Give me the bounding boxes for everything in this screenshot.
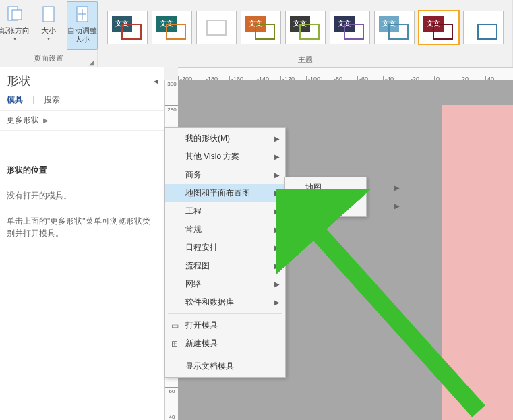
theme-swatch[interactable]: 文文 bbox=[374, 11, 415, 44]
svg-rect-1 bbox=[12, 10, 22, 20]
tab-search[interactable]: 搜索 bbox=[44, 94, 60, 106]
shapes-position-title: 形状的位置 bbox=[7, 164, 158, 176]
submenu-item-0[interactable]: 地图▶ bbox=[285, 179, 412, 197]
ribbon-group-themes: 文文文文文文文文文文文文文文文 主题 bbox=[98, 0, 513, 67]
theme-swatch[interactable]: 文文 bbox=[152, 11, 192, 44]
theme-swatch[interactable]: 文文 bbox=[241, 11, 281, 44]
ruler-tick: 300 bbox=[165, 80, 179, 87]
menu-item-soft[interactable]: 软件和数据库▶ bbox=[165, 293, 292, 311]
ruler-horizontal: -200-180-160-140-120-100-80-60-40-200204… bbox=[178, 67, 513, 81]
autofit-label: 自动调整大小 bbox=[67, 26, 97, 44]
theme-swatch[interactable]: 文文 bbox=[285, 11, 326, 44]
shapes-title: 形状 bbox=[7, 73, 31, 89]
menu-item-net[interactable]: 网络▶ bbox=[165, 275, 292, 293]
grid-icon: ⊞ bbox=[169, 338, 180, 349]
menu-item-new[interactable]: ⊞新建模具 bbox=[165, 334, 292, 353]
theme-swatch[interactable]: 文文 bbox=[330, 11, 370, 44]
stencils-hint-text: 单击上面的"更多形状"菜单可浏览形状类别并打开模具。 bbox=[7, 215, 158, 239]
shapes-info: 形状的位置 没有打开的模具。 单击上面的"更多形状"菜单可浏览形状类别并打开模具… bbox=[0, 131, 164, 239]
ruler-tick: 40 bbox=[165, 413, 179, 420]
theme-swatch[interactable] bbox=[196, 11, 237, 44]
autofit-icon bbox=[71, 3, 93, 25]
theme-swatch[interactable]: 文文 bbox=[419, 11, 459, 44]
svg-rect-2 bbox=[43, 7, 54, 22]
folder-icon: ▭ bbox=[169, 320, 180, 331]
group-label-page-setup: 页面设置 bbox=[0, 51, 97, 65]
orientation-icon bbox=[4, 3, 26, 25]
ribbon: 纸张方向 ▾ 大小 ▾ 自动调整大小 页面设置 ◢ 文文文文文文文文文文文文文文… bbox=[0, 0, 513, 68]
menu-item-gen[interactable]: 常规▶ bbox=[165, 220, 292, 239]
size-icon bbox=[38, 3, 59, 25]
theme-swatch[interactable]: 文文 bbox=[107, 11, 148, 44]
dialog-launcher-icon[interactable]: ◢ bbox=[88, 58, 96, 66]
orientation-button[interactable]: 纸张方向 ▾ bbox=[0, 1, 30, 50]
menu-item-my[interactable]: 我的形状(M)▶ bbox=[165, 129, 292, 148]
menu-item-map[interactable]: 地图和平面布置图▶ bbox=[165, 184, 292, 202]
size-label: 大小 bbox=[41, 26, 56, 35]
theme-gallery: 文文文文文文文文文文文文文文文 bbox=[103, 0, 508, 53]
menu-item-eng[interactable]: 工程▶ bbox=[165, 202, 292, 220]
more-shapes-menu: 我的形状(M)▶其他 Visio 方案▶商务▶地图和平面布置图▶工程▶常规▶日程… bbox=[164, 127, 286, 378]
menu-item-other[interactable]: 其他 Visio 方案▶ bbox=[165, 148, 292, 166]
orientation-label: 纸张方向 bbox=[0, 26, 30, 35]
more-shapes-button[interactable]: 更多形状 ▶ bbox=[0, 110, 164, 131]
shapes-pane: 形状 ◂ 模具 | 搜索 更多形状 ▶ 形状的位置 没有打开的模具。 单击上面的… bbox=[0, 67, 165, 420]
group-label-themes: 主题 bbox=[98, 53, 512, 66]
collapse-icon[interactable]: ◂ bbox=[154, 76, 158, 86]
menu-item-sched[interactable]: 日程安排▶ bbox=[165, 239, 292, 257]
size-button[interactable]: 大小 ▾ bbox=[33, 1, 64, 50]
menu-item-open[interactable]: ▭打开模具 bbox=[165, 316, 292, 334]
ribbon-group-page-setup: 纸张方向 ▾ 大小 ▾ 自动调整大小 页面设置 ◢ bbox=[0, 0, 98, 67]
submenu-item-1[interactable]: 建筑设计图▶ bbox=[285, 197, 412, 215]
more-shapes-label: 更多形状 bbox=[7, 115, 39, 126]
drawing-page[interactable] bbox=[442, 105, 513, 420]
autofit-button[interactable]: 自动调整大小 bbox=[67, 1, 98, 50]
dropdown-icon: ▾ bbox=[47, 36, 50, 42]
chevron-right-icon: ▶ bbox=[43, 117, 49, 124]
ruler-tick: 280 bbox=[165, 105, 179, 113]
no-stencils-text: 没有打开的模具。 bbox=[7, 189, 158, 202]
dropdown-icon: ▾ bbox=[13, 36, 16, 42]
ruler-tick: 60 bbox=[165, 387, 179, 394]
theme-swatch[interactable]: 文 bbox=[463, 11, 504, 44]
menu-item-flow[interactable]: 流程图▶ bbox=[165, 257, 292, 275]
tab-stencils[interactable]: 模具 bbox=[7, 94, 23, 106]
maps-submenu: 地图▶建筑设计图▶ bbox=[284, 177, 367, 217]
menu-item-show-doc[interactable]: 显示文档模具 bbox=[165, 357, 292, 376]
shapes-tabs: 模具 | 搜索 bbox=[0, 92, 164, 110]
menu-item-biz[interactable]: 商务▶ bbox=[165, 166, 292, 184]
